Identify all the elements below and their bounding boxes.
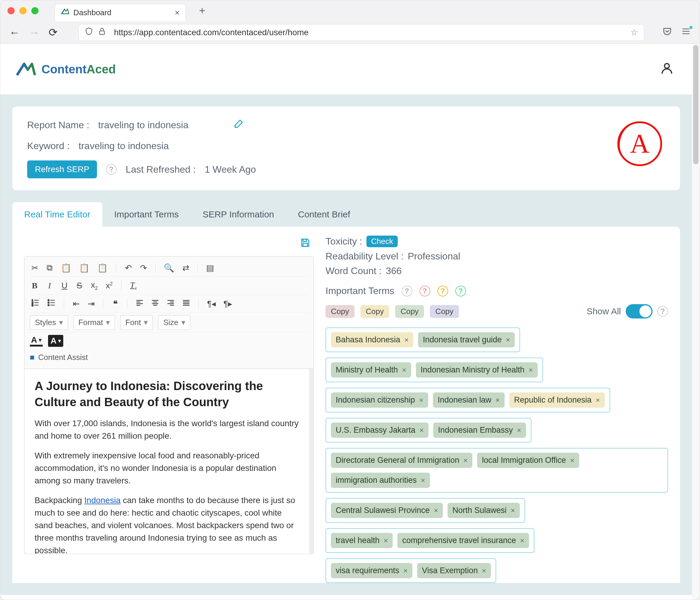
tab-real-time-editor[interactable]: Real Time Editor xyxy=(12,202,102,227)
copy-icon[interactable]: ⧉ xyxy=(45,262,54,274)
size-dropdown[interactable]: Size▾ xyxy=(158,315,190,330)
align-center-button[interactable] xyxy=(150,297,160,310)
term-chip[interactable]: Bahasa Indonesia× xyxy=(331,332,413,347)
refresh-help-icon[interactable]: ? xyxy=(106,164,117,175)
subscript-button[interactable]: x2 xyxy=(90,279,99,292)
term-chip-remove-icon[interactable]: × xyxy=(384,537,388,545)
term-chip[interactable]: Republic of Indonesia× xyxy=(509,392,605,408)
tab-important-terms[interactable]: Important Terms xyxy=(102,202,191,227)
toxicity-check-button[interactable]: Check xyxy=(367,236,398,247)
term-chip[interactable]: comprehensive travel insurance× xyxy=(397,533,529,548)
term-chip-remove-icon[interactable]: × xyxy=(419,396,423,405)
pocket-icon[interactable] xyxy=(662,26,672,38)
show-all-toggle[interactable] xyxy=(626,304,653,318)
unordered-list-button[interactable] xyxy=(46,297,57,310)
paste-word-icon[interactable]: 📋 xyxy=(96,262,109,274)
copy-pill-3[interactable]: Copy xyxy=(395,305,424,318)
term-chip-remove-icon[interactable]: × xyxy=(482,567,486,575)
redo-icon[interactable]: ↷ xyxy=(139,262,148,274)
terms-help-icon[interactable]: ? xyxy=(402,286,412,296)
term-chip-remove-icon[interactable]: × xyxy=(517,426,521,435)
term-chip[interactable]: Visa Exemption× xyxy=(417,563,491,578)
term-chip[interactable]: Indonesia travel guide× xyxy=(418,332,515,347)
font-dropdown[interactable]: Font▾ xyxy=(120,315,153,330)
content-assist-button[interactable]: ◆ Content Assist xyxy=(29,349,309,366)
ordered-list-button[interactable]: 123 xyxy=(30,297,41,310)
cut-icon[interactable]: ✂ xyxy=(30,262,40,274)
editor-content-area[interactable]: A Journey to Indonesia: Discovering the … xyxy=(24,369,313,554)
term-chip[interactable]: Indonesian Embassy× xyxy=(433,422,526,438)
term-chip-remove-icon[interactable]: × xyxy=(570,456,574,465)
align-left-button[interactable] xyxy=(134,297,145,310)
tab-close-button[interactable]: × xyxy=(175,8,180,18)
text-color-button[interactable]: A ▾ xyxy=(30,335,43,346)
select-all-icon[interactable]: ▤ xyxy=(205,262,215,274)
refresh-serp-button[interactable]: Refresh SERP xyxy=(27,160,97,178)
term-chip-remove-icon[interactable]: × xyxy=(520,537,524,545)
scrollbar-thumb[interactable] xyxy=(693,45,699,164)
term-chip-remove-icon[interactable]: × xyxy=(464,456,468,465)
paste-icon[interactable]: 📋 xyxy=(60,262,73,274)
term-chip-remove-icon[interactable]: × xyxy=(404,336,408,344)
term-chip[interactable]: U.S. Embassy Jakarta× xyxy=(331,422,428,438)
tab-content-brief[interactable]: Content Brief xyxy=(286,202,362,227)
term-chip[interactable]: Indonesian law× xyxy=(433,392,505,408)
term-chip[interactable]: visa requirements× xyxy=(331,563,412,578)
indonesia-link[interactable]: Indonesia xyxy=(84,496,121,505)
reload-button[interactable]: ⟳ xyxy=(49,26,57,39)
user-account-icon[interactable] xyxy=(660,61,674,78)
italic-button[interactable]: I xyxy=(45,280,54,292)
new-tab-button[interactable]: + xyxy=(199,4,205,17)
term-chip[interactable]: Indonesian citizenship× xyxy=(331,392,428,408)
find-icon[interactable]: 🔍 xyxy=(162,262,175,274)
term-chip-remove-icon[interactable]: × xyxy=(402,366,406,374)
align-justify-button[interactable] xyxy=(181,297,191,310)
term-chip[interactable]: immigration authorities× xyxy=(331,473,430,488)
superscript-button[interactable]: x2 xyxy=(104,280,114,292)
styles-dropdown[interactable]: Styles▾ xyxy=(30,315,68,330)
replace-icon[interactable]: ⇄ xyxy=(181,262,190,274)
term-chip[interactable]: North Sulawesi× xyxy=(448,503,520,518)
underline-button[interactable]: U xyxy=(60,280,69,292)
brand-logo[interactable]: ContentAced xyxy=(15,61,116,78)
term-chip[interactable]: local Immigration Office× xyxy=(477,453,579,468)
term-chip-remove-icon[interactable]: × xyxy=(496,396,500,405)
term-chip-remove-icon[interactable]: × xyxy=(403,567,407,575)
ltr-button[interactable]: ¶◂ xyxy=(206,297,217,310)
term-chip-remove-icon[interactable]: × xyxy=(420,426,424,435)
term-chip[interactable]: travel health× xyxy=(331,533,393,548)
term-chip[interactable]: Ministry of Health× xyxy=(331,362,411,377)
align-right-button[interactable] xyxy=(166,297,176,310)
show-all-help-icon[interactable]: ? xyxy=(657,306,668,317)
term-chip[interactable]: Central Sulawesi Province× xyxy=(331,503,443,518)
rtl-button[interactable]: ¶▸ xyxy=(222,297,233,310)
strikethrough-button[interactable]: S xyxy=(75,280,84,292)
copy-pill-2[interactable]: Copy xyxy=(360,305,390,318)
term-chip-remove-icon[interactable]: × xyxy=(511,506,515,515)
vertical-scrollbar[interactable] xyxy=(692,44,700,600)
back-button[interactable]: ← xyxy=(9,26,20,39)
blockquote-button[interactable]: ❝ xyxy=(110,297,120,310)
term-chip-remove-icon[interactable]: × xyxy=(421,476,425,485)
term-chip[interactable]: Directorate General of Immigration× xyxy=(331,453,472,468)
window-close-button[interactable] xyxy=(7,7,15,14)
tab-serp-information[interactable]: SERP Information xyxy=(191,202,286,227)
term-chip-remove-icon[interactable]: × xyxy=(506,336,510,344)
paste-text-icon[interactable]: 📋 xyxy=(78,262,91,274)
clear-format-button[interactable]: Tx xyxy=(129,279,138,292)
window-minimize-button[interactable] xyxy=(19,7,27,14)
term-chip-remove-icon[interactable]: × xyxy=(434,506,438,515)
format-dropdown[interactable]: Format▾ xyxy=(73,315,115,330)
window-maximize-button[interactable] xyxy=(31,7,39,14)
copy-pill-4[interactable]: Copy xyxy=(430,305,459,318)
address-bar[interactable]: https://app.contentaced.com/contentaced/… xyxy=(78,24,644,41)
bg-color-button[interactable]: A ▾ xyxy=(48,335,63,347)
edit-report-name-icon[interactable] xyxy=(233,119,244,131)
terms-yellow-help-icon[interactable]: ? xyxy=(438,286,448,296)
term-chip[interactable]: Indonesian Ministry of Health× xyxy=(416,362,538,377)
menu-icon[interactable] xyxy=(681,27,691,38)
copy-pill-1[interactable]: Copy xyxy=(326,305,354,318)
undo-icon[interactable]: ↶ xyxy=(124,262,133,274)
terms-red-help-icon[interactable]: ? xyxy=(420,286,430,296)
forward-button[interactable]: → xyxy=(29,26,40,39)
